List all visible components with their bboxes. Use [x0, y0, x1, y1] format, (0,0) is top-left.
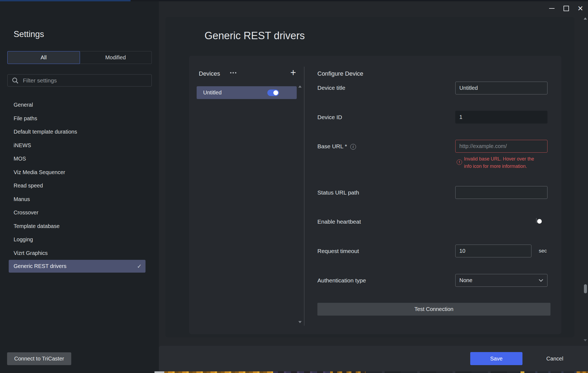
maximize-icon [564, 6, 569, 11]
status-url-label: Status URL path [317, 189, 359, 196]
cancel-label: Cancel [546, 356, 563, 362]
sidebar-item-inews[interactable]: iNEWS [0, 139, 159, 152]
settings-window: ✕ Settings All Modified General File pat… [0, 0, 588, 373]
chevron-down-icon [539, 279, 543, 282]
device-id-input [455, 111, 547, 124]
close-icon: ✕ [577, 4, 583, 13]
sidebar-item-read-speed[interactable]: Read speed [0, 179, 159, 193]
status-url-input[interactable] [455, 186, 547, 199]
configure-device-heading: Configure Device [317, 70, 363, 77]
tab-modified[interactable]: Modified [80, 51, 152, 64]
close-button[interactable]: ✕ [576, 4, 585, 13]
page-title: Settings [14, 29, 44, 39]
minimize-icon [549, 8, 555, 9]
device-list-scroll-down-icon[interactable] [298, 321, 302, 323]
device-id-label: Device ID [317, 114, 342, 121]
add-device-button[interactable]: + [288, 67, 298, 78]
device-title-label: Device title [317, 85, 345, 91]
sidebar-item-vizrt-graphics[interactable]: Vizrt Graphics [0, 246, 159, 260]
device-title-input[interactable] [455, 82, 547, 94]
scrollbar-up-icon[interactable] [584, 17, 587, 20]
plus-icon: + [290, 67, 296, 78]
panel-divider [304, 67, 304, 326]
minimize-button[interactable] [547, 4, 556, 13]
search-input[interactable] [22, 77, 140, 84]
toggle-knob [273, 90, 278, 95]
heartbeat-toggle[interactable] [536, 218, 537, 223]
enable-heartbeat-label: Enable heartbeat [317, 218, 361, 225]
save-label: Save [490, 356, 503, 362]
devices-menu-icon[interactable] [228, 69, 238, 77]
sidebar-item-label: Generic REST drivers [14, 263, 66, 269]
devices-heading: Devices [199, 70, 220, 77]
base-url-input[interactable] [455, 140, 547, 153]
sidebar-item-viz-media-sequencer[interactable]: Viz Media Sequencer [0, 166, 159, 179]
sidebar-item-mos[interactable]: MOS [0, 152, 159, 166]
sidebar-item-generic-rest-drivers[interactable]: Generic REST drivers ✓ [9, 260, 146, 273]
info-icon[interactable]: i [350, 144, 356, 150]
cancel-button[interactable]: Cancel [540, 352, 570, 365]
test-connection-button[interactable]: Test Connection [317, 303, 550, 316]
base-url-error-message: Invalid base URL. Hover over the info ic… [464, 155, 534, 170]
sidebar-nav: General File paths Default template dura… [0, 98, 159, 273]
connect-to-tricaster-button[interactable]: Connect to TriCaster [7, 352, 71, 365]
save-button[interactable]: Save [470, 352, 522, 365]
authentication-type-label: Authentication type [317, 277, 366, 284]
toggle-knob [537, 219, 542, 224]
connect-to-tricaster-label: Connect to TriCaster [14, 356, 64, 362]
main-heading: Generic REST drivers [205, 30, 305, 42]
device-enabled-toggle[interactable] [267, 90, 279, 96]
sidebar-item-general[interactable]: General [0, 98, 159, 112]
sidebar-item-default-template-durations[interactable]: Default template durations [0, 125, 159, 139]
device-list-scroll-up-icon[interactable] [298, 85, 302, 88]
maximize-button[interactable] [562, 4, 571, 13]
timeout-unit-label: sec [539, 248, 547, 254]
sidebar-item-template-database[interactable]: Template database [0, 220, 159, 233]
sidebar-item-logging[interactable]: Logging [0, 233, 159, 246]
request-timeout-label: Request timeout [317, 248, 359, 254]
error-line-1: Invalid base URL. Hover over the [464, 155, 534, 163]
search-icon [12, 77, 19, 84]
error-icon: ! [457, 159, 462, 165]
background-taskbar-sliver [0, 371, 588, 373]
tab-all[interactable]: All [7, 51, 80, 64]
scrollbar-thumb[interactable] [584, 284, 587, 293]
selected-option-label: None [459, 277, 472, 283]
request-timeout-input[interactable] [455, 245, 531, 257]
sidebar-item-manus[interactable]: Manus [0, 193, 159, 206]
base-url-label: Base URL *i [317, 143, 356, 150]
sidebar-item-crossover[interactable]: Crossover [0, 206, 159, 220]
sidebar-tabs: All Modified [7, 51, 152, 64]
base-url-label-text: Base URL * [317, 143, 347, 149]
sidebar-item-file-paths[interactable]: File paths [0, 112, 159, 125]
error-line-2: info icon for more information. [464, 163, 534, 170]
authentication-type-select[interactable]: None [455, 274, 547, 287]
checkmark-icon: ✓ [137, 263, 142, 270]
filter-settings-field [7, 74, 152, 87]
device-list-item[interactable]: Untitled [197, 86, 297, 99]
footer-bar [159, 346, 588, 371]
device-name: Untitled [203, 90, 222, 96]
test-connection-label: Test Connection [414, 306, 453, 312]
scrollbar-down-icon[interactable] [584, 339, 587, 341]
